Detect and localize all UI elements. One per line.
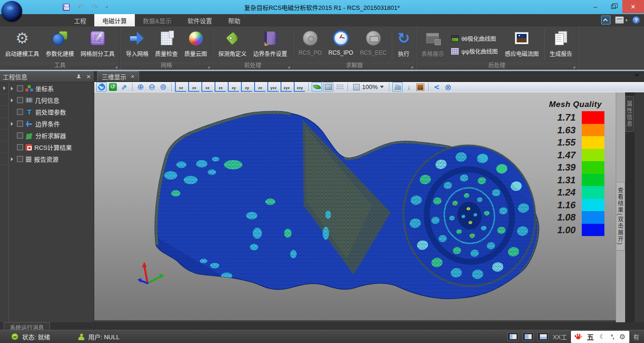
window-layout-2-button[interactable] bbox=[522, 332, 534, 341]
pin-icon[interactable] bbox=[76, 74, 82, 80]
tree-item-5[interactable]: RCS计算结果 bbox=[9, 141, 94, 153]
ribbon-button-4-1-1[interactable]: ψψ极化曲线图 bbox=[449, 47, 500, 55]
expander-icon[interactable] bbox=[11, 122, 13, 126]
checkbox[interactable] bbox=[17, 144, 23, 150]
window-layout-1-button[interactable] bbox=[507, 332, 519, 341]
checkbox[interactable] bbox=[17, 132, 23, 139]
view-orientation-button-0[interactable]: xz bbox=[175, 82, 186, 92]
zoom-in-button[interactable]: ⊕ bbox=[135, 82, 146, 92]
ribbon-button-1-2[interactable]: 质量云图 bbox=[181, 27, 210, 62]
menu-tab-1[interactable]: 电磁计算 bbox=[94, 14, 135, 26]
statusbar-right-text-2: 有 bbox=[633, 332, 639, 341]
menu-tab-2[interactable]: 数据&显示 bbox=[135, 14, 180, 26]
checkbox[interactable] bbox=[17, 85, 23, 91]
ribbon-button-0-0[interactable]: ⚙启动建模工具 bbox=[2, 27, 42, 62]
gutter-arrow-icon[interactable] bbox=[3, 86, 6, 90]
smooth-shading-button[interactable] bbox=[312, 82, 322, 92]
close-view-button[interactable]: ⊗ bbox=[443, 82, 453, 92]
clip-plane-button[interactable] bbox=[392, 82, 403, 92]
texture-button[interactable] bbox=[415, 82, 425, 92]
tree-item-2[interactable]: 前处理参数 bbox=[9, 106, 94, 118]
view-results-vertical-tab[interactable]: 查看结果(双击展开) bbox=[617, 182, 625, 251]
expander-icon[interactable] bbox=[11, 98, 13, 102]
tree-item-0[interactable]: 坐标系 bbox=[9, 82, 94, 94]
close-button[interactable]: ✕ bbox=[622, 0, 644, 13]
window-layout-3-button[interactable] bbox=[537, 332, 549, 341]
checkbox[interactable] bbox=[17, 156, 23, 162]
baidu-paw-icon[interactable] bbox=[575, 334, 581, 340]
pan-arrow-button[interactable]: ⇗ bbox=[119, 82, 129, 92]
legend-color-cell bbox=[582, 111, 604, 124]
minimize-button[interactable]: – bbox=[586, 0, 604, 13]
menu-tab-0[interactable]: 工程 bbox=[66, 14, 94, 26]
arrow-down-button[interactable]: ↓ bbox=[404, 82, 414, 92]
genreport-icon bbox=[554, 31, 568, 45]
expander-icon[interactable] bbox=[11, 157, 13, 161]
ribbon-button-3-3[interactable]: ↻执行 bbox=[394, 27, 413, 62]
legend-row-9: 1.00 bbox=[546, 224, 604, 237]
checkbox[interactable] bbox=[17, 109, 23, 115]
view-orientation-button-3[interactable]: zx bbox=[215, 82, 226, 92]
undo-icon[interactable]: ↶ bbox=[77, 3, 84, 11]
zoom-level-control[interactable]: 100% bbox=[351, 82, 386, 92]
ribbon-button-4-3[interactable]: 生成报告 bbox=[546, 27, 576, 62]
expander-icon[interactable] bbox=[11, 87, 13, 90]
ribbon-button-4-1-0[interactable]: θθ极化曲线图 bbox=[449, 34, 500, 42]
tree-item-1[interactable]: 几何信息 bbox=[9, 94, 94, 106]
tab-3d-display[interactable]: 三维显示 ✕ bbox=[97, 71, 139, 82]
help-button[interactable]: ? bbox=[632, 16, 640, 24]
app-logo[interactable] bbox=[1, 1, 22, 22]
redo-icon[interactable]: ↷ bbox=[91, 3, 98, 11]
view-orientation-button-6[interactable]: zx bbox=[254, 82, 265, 92]
legend-color-cell bbox=[582, 211, 604, 224]
wireframe-display-button[interactable] bbox=[334, 82, 345, 92]
ribbon-button-2-0[interactable]: 探测角定义 bbox=[215, 27, 250, 62]
checkbox[interactable] bbox=[17, 97, 23, 103]
zoom-dropdown-icon[interactable] bbox=[380, 86, 384, 88]
punctuation-icon[interactable]: °, bbox=[611, 334, 613, 340]
collapse-ribbon-button[interactable] bbox=[601, 16, 611, 24]
view-orientation-button-9[interactable]: zxy bbox=[294, 82, 305, 92]
view-orientation-button-4[interactable]: zy bbox=[228, 82, 239, 92]
save-icon[interactable] bbox=[63, 4, 70, 11]
view-orientation-button-8[interactable]: zyx bbox=[281, 82, 292, 92]
checkbox[interactable] bbox=[17, 121, 23, 127]
share-button[interactable]: < bbox=[431, 82, 442, 92]
ribbon-button-3-2[interactable]: RCS_EEC bbox=[356, 27, 390, 62]
tree-item-3[interactable]: 边界条件 bbox=[9, 118, 94, 130]
ribbon-button-0-1[interactable]: 参数化建模 bbox=[42, 27, 77, 62]
tab-list-dropdown-icon[interactable] bbox=[635, 74, 639, 77]
ribbon-button-4-2[interactable]: 感应电磁流图 bbox=[502, 27, 542, 62]
view-orientation-button-1[interactable]: zx bbox=[188, 82, 199, 92]
zoom-fit-button[interactable]: ⊚ bbox=[158, 82, 168, 92]
window-style-button[interactable]: ▾ bbox=[615, 16, 627, 24]
viewport-3d[interactable]: Mesh Quality 1.711.631.551.471.391.311.2… bbox=[94, 92, 616, 320]
view-orientation-button-5[interactable]: zy bbox=[241, 82, 252, 92]
orbit-refresh-button[interactable]: ↺ bbox=[107, 82, 118, 92]
view-orientation-button-2[interactable]: xz bbox=[201, 82, 213, 92]
property-info-vertical-tab[interactable]: 属性信息 bbox=[626, 96, 634, 132]
restore-button[interactable] bbox=[604, 0, 622, 13]
menu-tab-4[interactable]: 帮助 bbox=[220, 14, 248, 26]
ribbon-button-3-1[interactable]: RCS_IPO bbox=[325, 27, 356, 62]
rotate-view-button[interactable] bbox=[96, 82, 107, 92]
menu-tab-3[interactable]: 软件设置 bbox=[180, 14, 220, 26]
close-panel-icon[interactable]: ✕ bbox=[86, 74, 91, 80]
view-orientation-button-7[interactable]: yxz bbox=[267, 82, 279, 92]
tree-item-6[interactable]: 报告资源 bbox=[9, 153, 94, 165]
ribbon-button-4-0[interactable]: 表格展示 bbox=[418, 27, 447, 62]
surface-display-button[interactable] bbox=[323, 82, 333, 92]
tree-item-4[interactable]: 分析求解器 bbox=[9, 130, 94, 141]
tab-close-icon[interactable]: ✕ bbox=[131, 74, 134, 80]
moon-icon[interactable]: ☾ bbox=[600, 333, 605, 340]
ribbon-button-1-1[interactable]: 质量检查 bbox=[152, 27, 181, 62]
ribbon-button-3-0[interactable]: RCS_PO bbox=[295, 27, 325, 62]
ribbon-button-2-1[interactable]: 边界条件设置 bbox=[250, 27, 290, 62]
ribbon-button-1-0[interactable]: 导入网格 bbox=[123, 27, 152, 62]
ime-settings-gear-icon[interactable]: ⚙ bbox=[619, 333, 626, 341]
quick-access-dropdown-icon[interactable]: ▾ bbox=[106, 5, 108, 9]
mesh-quality-legend: Mesh Quality 1.711.631.551.471.391.311.2… bbox=[546, 100, 604, 236]
ribbon-button-0-2[interactable]: 网格剖分工具 bbox=[77, 27, 118, 62]
ime-wubi-button[interactable]: 五 bbox=[587, 332, 594, 342]
zoom-out-button[interactable]: ⊖ bbox=[147, 82, 157, 92]
